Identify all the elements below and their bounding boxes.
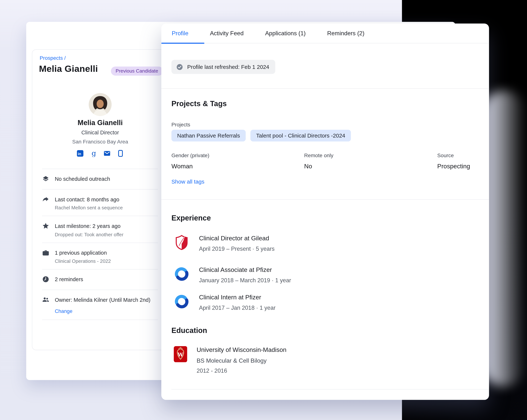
field-gender: Gender (private) Woman [171,152,304,170]
list-item-title: Last contact: 8 months ago [55,195,123,204]
page-title: Melia Gianelli [39,64,98,74]
field-source: Source Prospecting [437,152,479,170]
list-item-title: 2 reminders [55,275,83,284]
projects-tags-heading: Projects & Tags [171,99,227,108]
svg-text:in: in [77,152,81,156]
svg-text:g: g [91,150,96,157]
list-item-reminders: 2 reminders [42,269,158,290]
breadcrumb[interactable]: Prospects / [40,55,66,61]
divider [161,88,489,89]
tab-activity-feed[interactable]: Activity Feed [210,30,243,37]
education-item: W University of Wisconsin-Madison BS Mol… [174,346,286,374]
list-item-title: No scheduled outreach [55,175,110,184]
project-chip[interactable]: Talent pool - Clinical Directors -2024 [250,130,351,141]
list-item-last-contact: Last contact: 8 months ago Rachel Mellon… [42,189,158,216]
list-item-outreach: No scheduled outreach [42,169,158,189]
status-badge: Previous Candidate [111,66,163,75]
education-dates: 2012 - 2016 [197,368,286,374]
pfizer-logo [174,266,189,284]
candidate-role: Clinical Director [36,130,164,136]
people-icon [42,296,55,314]
tag-fields: Gender (private) Woman Remote only No So… [171,152,479,170]
briefcase-icon [42,248,55,264]
linkedin-icon[interactable]: in [77,150,84,157]
school-name: University of Wisconsin-Madison [197,346,286,354]
g-icon[interactable]: g [90,150,97,157]
experience-title: Clinical Intern at Pfizer [199,294,275,301]
experience-item: Clinical Director at Gilead April 2019 –… [174,235,274,252]
list-item-subtitle: Rachel Mellon sent a sequence [55,205,123,210]
clock-icon [42,275,55,284]
tab-profile[interactable]: Profile [172,30,188,37]
forward-arrow-icon [42,195,55,210]
star-icon [42,222,55,237]
candidate-location: San Francisco Bay Area [36,139,164,145]
field-label: Gender (private) [171,152,304,159]
svg-text:W: W [177,352,183,358]
degree: BS Molecular & Cell Bilogy [197,357,286,364]
project-chip[interactable]: Nathan Passive Referrals [171,130,246,141]
projects-label: Projects [171,122,190,128]
project-chips: Nathan Passive Referrals Talent pool - C… [171,130,351,141]
divider [171,389,489,389]
owner-change-link[interactable]: Change [55,308,72,314]
list-item-owner: Owner: Melinda Kilner (Until March 2nd) … [42,290,158,320]
candidate-summary-list: No scheduled outreach Last contact: 8 mo… [42,169,158,320]
experience-dates: April 2017 – Jan 2018 · 1 year [199,305,275,312]
list-item-previous-application: 1 previous application Clinical Operatio… [42,243,158,269]
layers-icon [42,175,55,184]
tab-reminders[interactable]: Reminders (2) [327,30,364,37]
field-value: No [304,162,437,170]
profile-panel: Profile Activity Feed Applications (1) R… [161,23,489,400]
experience-title: Clinical Associate at Pfizer [199,266,291,274]
experience-dates: April 2019 – Present · 5 years [199,246,274,252]
candidate-name: Melia Gianelli [36,118,164,127]
tab-bar: Profile Activity Feed Applications (1) R… [161,23,489,43]
gilead-logo [174,235,189,252]
list-item-title: Owner: Melinda Kilner (Until March 2nd) [55,296,150,305]
field-label: Source [437,152,479,159]
list-item-last-milestone: Last milestone: 2 years ago Dropped out:… [42,216,158,243]
uw-madison-logo: W [174,346,187,374]
list-item-subtitle: Dropped out: Took another offer [55,232,123,237]
list-item-title: 1 previous application [55,248,111,258]
experience-item: Clinical Associate at Pfizer January 201… [174,266,291,284]
stage: Prospects / Melia Gianelli Previous Cand… [0,0,527,420]
contact-links: in g [36,150,164,157]
email-icon[interactable] [103,150,110,157]
education-heading: Education [171,326,207,335]
field-value: Prospecting [437,162,479,170]
field-remote-only: Remote only No [304,152,437,170]
experience-heading: Experience [171,214,211,223]
list-item-subtitle: Clinical Operations - 2022 [55,258,111,264]
check-circle-icon [176,63,183,70]
phone-icon[interactable] [117,150,124,157]
list-item-title: Last milestone: 2 years ago [55,222,123,231]
pfizer-logo [174,294,189,312]
refresh-status-text: Profile last refreshed: Feb 1 2024 [187,64,269,70]
active-tab-underline [161,43,204,44]
avatar [89,93,111,116]
field-label: Remote only [304,152,437,159]
refresh-status: Profile last refreshed: Feb 1 2024 [171,60,275,74]
field-value: Woman [171,162,304,170]
experience-item: Clinical Intern at Pfizer April 2017 – J… [174,294,275,312]
experience-title: Clinical Director at Gilead [199,235,274,242]
experience-dates: January 2018 – March 2019 · 1 year [199,277,291,284]
divider [161,199,489,200]
show-all-tags-link[interactable]: Show all tags [171,178,204,185]
tab-applications[interactable]: Applications (1) [265,30,306,37]
